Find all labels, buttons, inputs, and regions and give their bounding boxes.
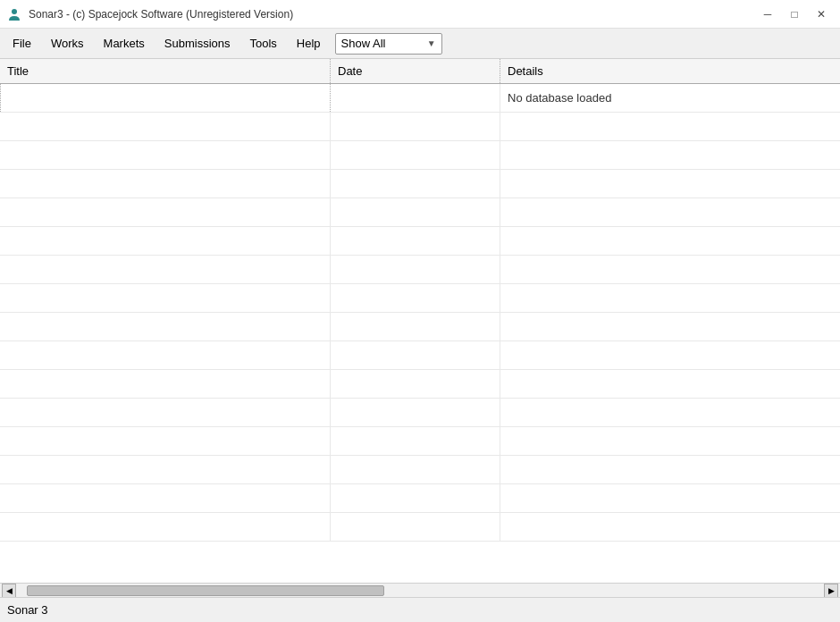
cell-date: [331, 370, 500, 398]
cell-title: [0, 513, 331, 541]
table-row[interactable]: [0, 170, 840, 198]
cell-details: [500, 399, 840, 426]
show-all-dropdown[interactable]: Show All ▼: [335, 33, 442, 55]
cell-date: [331, 141, 500, 169]
cell-date: [331, 341, 500, 369]
cell-details: [500, 170, 840, 198]
cell-title: [0, 141, 331, 169]
cell-date: [331, 427, 500, 455]
table-header: Title Date Details: [0, 59, 840, 84]
app-icon: [7, 7, 21, 21]
cell-date: [331, 513, 500, 541]
menu-file[interactable]: File: [4, 34, 40, 53]
scroll-right-button[interactable]: ▶: [824, 584, 838, 598]
menu-submissions[interactable]: Submissions: [155, 34, 239, 53]
menu-tools[interactable]: Tools: [241, 34, 286, 53]
scrollbar-track[interactable]: [16, 585, 824, 596]
table-row[interactable]: [0, 427, 840, 456]
table-row[interactable]: [0, 284, 840, 313]
cell-details: [500, 141, 840, 169]
cell-details: [500, 313, 840, 340]
cell-date: [331, 484, 500, 512]
table-row[interactable]: [0, 141, 840, 170]
cell-title: [0, 341, 331, 369]
minimize-button[interactable]: ─: [756, 5, 779, 23]
close-button[interactable]: ✕: [810, 5, 833, 23]
cell-title: [0, 84, 331, 112]
table-row[interactable]: No database loaded: [0, 84, 840, 113]
maximize-button[interactable]: □: [783, 5, 806, 23]
cell-date: [331, 113, 500, 140]
menu-help[interactable]: Help: [288, 34, 330, 53]
menu-markets[interactable]: Markets: [95, 34, 154, 53]
horizontal-scrollbar[interactable]: ◀ ▶: [0, 583, 840, 597]
table-row[interactable]: [0, 341, 840, 370]
menu-works[interactable]: Works: [42, 34, 93, 53]
show-all-label: Show All: [341, 37, 386, 50]
cell-date: [331, 399, 500, 426]
col-header-title: Title: [0, 59, 331, 83]
menu-bar: File Works Markets Submissions Tools Hel…: [0, 29, 840, 59]
cell-details: [500, 341, 840, 369]
status-label: Sonar 3: [7, 603, 48, 617]
window-title: Sonar3 - (c) Spacejock Software (Unregis…: [29, 8, 293, 21]
status-bar: Sonar 3: [0, 597, 840, 622]
cell-details: [500, 113, 840, 140]
cell-date: [331, 313, 500, 340]
table-row[interactable]: [0, 399, 840, 427]
cell-title: [0, 198, 331, 226]
cell-details: [500, 484, 840, 512]
table-row[interactable]: [0, 484, 840, 513]
col-header-details: Details: [500, 59, 840, 83]
cell-title: [0, 427, 331, 455]
cell-date: [331, 84, 500, 112]
cell-details: [500, 427, 840, 455]
table-row[interactable]: [0, 513, 840, 542]
scroll-left-button[interactable]: ◀: [2, 584, 16, 598]
cell-details: [500, 227, 840, 255]
cell-title: [0, 170, 331, 198]
table-row[interactable]: [0, 456, 840, 484]
cell-title: [0, 456, 331, 483]
cell-title: [0, 256, 331, 283]
cell-details: [500, 284, 840, 312]
data-table: Title Date Details No database loaded: [0, 59, 840, 583]
table-body[interactable]: No database loaded: [0, 84, 840, 583]
cell-details: [500, 456, 840, 483]
cell-title: [0, 284, 331, 312]
chevron-down-icon: ▼: [427, 38, 436, 48]
cell-details: [500, 513, 840, 541]
cell-date: [331, 198, 500, 226]
cell-details: [500, 198, 840, 226]
cell-date: [331, 456, 500, 483]
cell-title: [0, 370, 331, 398]
cell-details: No database loaded: [500, 84, 840, 112]
table-row[interactable]: [0, 227, 840, 256]
cell-details: [500, 370, 840, 398]
window-controls: ─ □ ✕: [756, 5, 833, 23]
table-row[interactable]: [0, 256, 840, 284]
cell-date: [331, 227, 500, 255]
cell-title: [0, 484, 331, 512]
main-content: Title Date Details No database loaded ◀ …: [0, 59, 840, 597]
title-bar: Sonar3 - (c) Spacejock Software (Unregis…: [0, 0, 840, 29]
scrollbar-thumb[interactable]: [27, 585, 384, 596]
col-header-date: Date: [331, 59, 500, 83]
title-bar-left: Sonar3 - (c) Spacejock Software (Unregis…: [7, 7, 293, 21]
cell-title: [0, 227, 331, 255]
cell-title: [0, 399, 331, 426]
table-row[interactable]: [0, 198, 840, 227]
cell-date: [331, 170, 500, 198]
table-row[interactable]: [0, 113, 840, 141]
cell-date: [331, 256, 500, 283]
table-row[interactable]: [0, 370, 840, 399]
svg-point-0: [12, 9, 17, 14]
table-row[interactable]: [0, 313, 840, 341]
cell-details: [500, 256, 840, 283]
cell-date: [331, 284, 500, 312]
cell-title: [0, 313, 331, 340]
cell-title: [0, 113, 331, 140]
